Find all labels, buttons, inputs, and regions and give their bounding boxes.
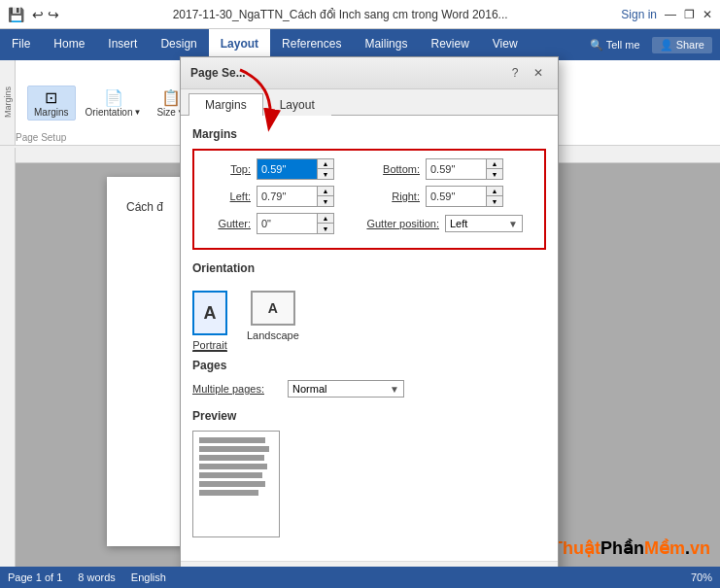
preview-line-1: [199, 437, 265, 443]
dialog-close-btn[interactable]: ✕: [529, 63, 548, 83]
top-label: Top:: [202, 163, 251, 175]
portrait-option[interactable]: A Portrait: [192, 291, 227, 351]
pages-heading: Pages: [192, 359, 546, 372]
preview-box: [192, 431, 280, 537]
bottom-value: 0.59": [427, 161, 486, 177]
bottom-spin-input[interactable]: 0.59" ▲ ▼: [426, 158, 503, 180]
bottom-spin-arrows: ▲ ▼: [486, 159, 502, 179]
top-spin-input[interactable]: 0.59" ▲ ▼: [257, 158, 334, 180]
pages-section: Pages Multiple pages: Normal ▼: [192, 359, 546, 398]
top-value: 0.59": [257, 161, 317, 177]
dialog-title-controls: ? ✕: [505, 63, 548, 83]
preview-line-2: [199, 446, 269, 452]
preview-line-3: [199, 455, 264, 461]
preview-section: Preview: [192, 409, 546, 537]
right-value: 0.59": [427, 189, 486, 204]
gutter-row: Gutter: 0" ▲ ▼ Gutter position: Left: [202, 213, 536, 234]
multiple-pages-arrow: ▼: [390, 384, 399, 395]
margins-left-right-row: Left: 0.79" ▲ ▼ Right: 0.59": [202, 186, 536, 207]
multiple-pages-label: Multiple pages:: [192, 383, 280, 395]
left-label: Left:: [202, 190, 251, 202]
left-spin-input[interactable]: 0.79" ▲ ▼: [257, 186, 334, 207]
right-spin-down[interactable]: ▼: [487, 196, 502, 206]
bottom-spin-down[interactable]: ▼: [487, 169, 502, 179]
dialog-title-bar: Page Se... ? ✕: [181, 57, 558, 89]
status-right: 70%: [691, 571, 712, 583]
right-label: Right:: [361, 190, 420, 202]
bottom-field-pair: Bottom: 0.59" ▲ ▼: [361, 158, 503, 180]
top-spin-up[interactable]: ▲: [318, 159, 333, 169]
preview-heading: Preview: [192, 409, 546, 423]
dialog-tab-layout[interactable]: Layout: [263, 93, 331, 116]
gutter-value: 0": [257, 216, 317, 231]
right-field-pair: Right: 0.59" ▲ ▼: [361, 186, 503, 207]
status-bar: Page 1 of 1 8 words English 70%: [0, 567, 720, 588]
portrait-label: Portrait: [192, 339, 226, 351]
landscape-label: Landscape: [247, 329, 299, 341]
page-setup-dialog: Page Se... ? ✕ Margins Layout Margins To…: [180, 56, 559, 588]
top-spin-down[interactable]: ▼: [318, 169, 333, 179]
top-field-pair: Top: 0.59" ▲ ▼: [202, 158, 334, 180]
top-spin-arrows: ▲ ▼: [317, 159, 333, 179]
bottom-spin-up[interactable]: ▲: [487, 159, 502, 169]
dialog-tabs: Margins Layout: [181, 89, 558, 116]
preview-line-7: [199, 490, 258, 496]
gutter-pos-value: Left: [450, 218, 467, 229]
orientation-section-heading: Orientation: [192, 261, 546, 275]
dialog-overlay: Page Se... ? ✕ Margins Layout Margins To…: [0, 0, 720, 588]
gutter-pos-field-pair: Gutter position: Left ▼: [352, 215, 523, 232]
landscape-option[interactable]: A Landscape: [247, 291, 299, 351]
landscape-icon: A: [251, 291, 295, 326]
gutter-pos-arrow: ▼: [508, 219, 518, 229]
orientation-options: A Portrait A Landscape: [192, 283, 546, 359]
gutter-spin-up[interactable]: ▲: [318, 214, 333, 224]
margins-top-bottom-row: Top: 0.59" ▲ ▼ Bottom: 0.59": [202, 158, 536, 180]
gutter-spin-down[interactable]: ▼: [318, 224, 333, 233]
left-spin-arrows: ▲ ▼: [317, 187, 333, 206]
left-spin-up[interactable]: ▲: [318, 187, 333, 196]
pages-row: Multiple pages: Normal ▼: [192, 380, 546, 398]
right-spin-input[interactable]: 0.59" ▲ ▼: [426, 186, 503, 207]
margins-section-heading: Margins: [192, 127, 546, 141]
right-spin-up[interactable]: ▲: [487, 187, 502, 196]
preview-line-5: [199, 472, 262, 478]
right-spin-arrows: ▲ ▼: [486, 187, 502, 206]
multiple-pages-select[interactable]: Normal ▼: [288, 380, 404, 398]
gutter-spin-input[interactable]: 0" ▲ ▼: [257, 213, 334, 234]
gutter-pos-label: Gutter position:: [352, 218, 439, 229]
gutter-pos-select[interactable]: Left ▼: [445, 215, 523, 232]
dialog-body: Margins Top: 0.59" ▲ ▼: [181, 116, 558, 561]
zoom-level: 70%: [691, 571, 712, 583]
language-indicator: English: [131, 571, 166, 583]
bottom-label: Bottom:: [361, 163, 420, 175]
dialog-title-text: Page Se...: [190, 66, 246, 80]
gutter-label: Gutter:: [202, 218, 251, 229]
dialog-help-btn[interactable]: ?: [505, 63, 525, 83]
left-spin-down[interactable]: ▼: [318, 196, 333, 206]
left-value: 0.79": [257, 189, 317, 204]
preview-line-4: [199, 464, 267, 469]
portrait-icon: A: [192, 291, 227, 335]
multiple-pages-value: Normal: [292, 383, 326, 395]
gutter-field-pair: Gutter: 0" ▲ ▼: [202, 213, 334, 234]
word-count: 8 words: [78, 571, 116, 583]
dialog-tab-margins[interactable]: Margins: [189, 93, 263, 116]
margins-fields: Top: 0.59" ▲ ▼ Bottom: 0.59": [192, 149, 546, 250]
left-field-pair: Left: 0.79" ▲ ▼: [202, 186, 334, 207]
gutter-spin-arrows: ▲ ▼: [317, 214, 333, 233]
preview-line-6: [199, 481, 265, 487]
page-indicator: Page 1 of 1: [8, 571, 62, 583]
